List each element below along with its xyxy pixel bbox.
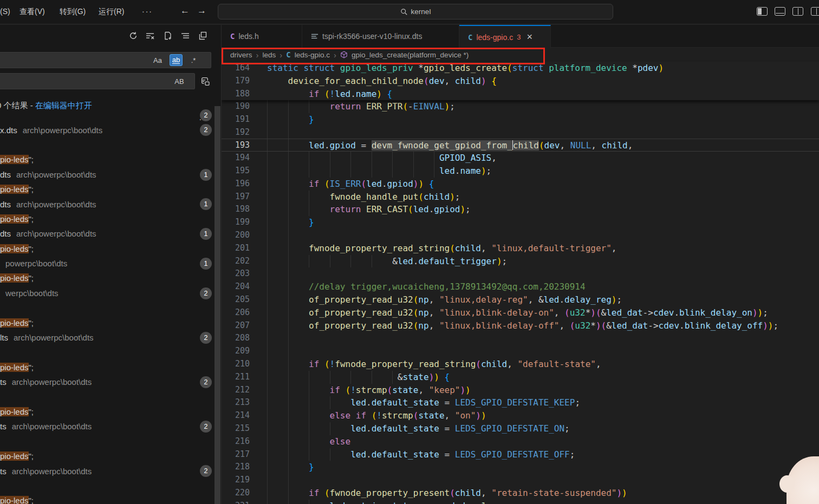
line-number[interactable]: 164: [222, 62, 250, 75]
match-case-toggle[interactable]: Aa: [151, 54, 164, 66]
line-number[interactable]: 198: [222, 203, 250, 216]
search-result-match-row[interactable]: pio-leds";: [0, 182, 221, 197]
search-result-file-row[interactable]: dtsarch\powerpc\boot\dts1: [0, 197, 221, 211]
line-number[interactable]: 206: [222, 306, 250, 319]
code-line[interactable]: 198 return ERR_CAST(led.gpiod);: [222, 203, 819, 216]
breadcrumb-item-leds[interactable]: leds: [263, 51, 276, 59]
line-number[interactable]: 218: [222, 461, 250, 474]
breadcrumb-item-drivers[interactable]: drivers: [230, 51, 252, 59]
code-line[interactable]: 220 if (fwnode_property_present(child, "…: [222, 487, 819, 500]
whole-word-toggle[interactable]: ab: [170, 54, 183, 66]
toggle-secondary-sidebar-icon[interactable]: [792, 7, 803, 16]
code-line[interactable]: 221 led.retain_state_suspended = 1;: [222, 500, 819, 504]
line-number[interactable]: 221: [222, 500, 250, 504]
sticky-line[interactable]: 164static struct gpio_leds_priv *gpio_le…: [222, 62, 819, 75]
search-result-file-row[interactable]: dtsarch\powerpc\boot\dts1: [0, 226, 221, 241]
search-result-match-row[interactable]: pio-leds";: [0, 315, 221, 330]
line-number[interactable]: 199: [222, 216, 250, 229]
code-line[interactable]: 207 of_property_read_u32(np, "linux,blin…: [222, 319, 819, 332]
tab-leds-h[interactable]: C leds.h: [222, 25, 302, 48]
menu-item-partial[interactable]: (S): [0, 7, 10, 16]
toggle-primary-sidebar-icon[interactable]: [757, 7, 768, 16]
line-number[interactable]: 179: [222, 75, 250, 88]
line-number[interactable]: 207: [222, 319, 250, 332]
tab-leds-gpio-c[interactable]: C leds-gpio.c 3 ×: [459, 25, 551, 48]
search-result-match-row[interactable]: pio-leds";: [0, 493, 221, 504]
replace-all-icon[interactable]: [198, 75, 211, 88]
search-result-match-row[interactable]: pio-leds";: [0, 241, 221, 256]
search-result-match-row[interactable]: pio-leds";: [0, 360, 221, 375]
line-number[interactable]: 194: [222, 152, 250, 165]
search-input[interactable]: Aa ab .*: [0, 52, 211, 68]
code-line[interactable]: 193 led.gpiod = devm_fwnode_get_gpiod_fr…: [222, 139, 819, 152]
code-line[interactable]: 202 &led.default_trigger);: [222, 255, 819, 268]
line-number[interactable]: 212: [222, 384, 250, 397]
code-line[interactable]: 217 led.default_state = LEDS_GPIO_DEFSTA…: [222, 448, 819, 461]
line-number[interactable]: 204: [222, 280, 250, 293]
line-number[interactable]: 195: [222, 165, 250, 178]
line-number[interactable]: 214: [222, 409, 250, 422]
line-number[interactable]: 197: [222, 191, 250, 204]
open-new-search-editor-icon[interactable]: [161, 29, 174, 42]
search-result-file-row[interactable]: powerpc\boot\dts1: [0, 256, 221, 271]
search-result-file-row[interactable]: werpc\boot\dts2: [0, 286, 221, 300]
line-number[interactable]: 208: [222, 332, 250, 345]
code-line[interactable]: 210 if (!fwnode_property_read_string(chi…: [222, 358, 819, 371]
search-result-file-row[interactable]: tsarch\powerpc\boot\dts2: [0, 463, 221, 478]
line-number[interactable]: 210: [222, 358, 250, 371]
line-number[interactable]: 200: [222, 229, 250, 242]
command-center-search[interactable]: kernel: [218, 4, 613, 19]
line-number[interactable]: 219: [222, 474, 250, 487]
search-result-file-row[interactable]: ltsarch\powerpc\boot\dts2: [0, 330, 221, 345]
back-arrow-icon[interactable]: ←: [180, 5, 190, 16]
forward-arrow-icon[interactable]: →: [197, 5, 206, 16]
search-result-match-row[interactable]: pio-leds";: [0, 449, 221, 463]
code-line[interactable]: 211 &state)) {: [222, 371, 819, 384]
sticky-line[interactable]: 179 device_for_each_child_node(dev, chil…: [222, 75, 819, 88]
code-line[interactable]: 200: [222, 229, 819, 242]
line-number[interactable]: 209: [222, 345, 250, 358]
code-line[interactable]: 203: [222, 267, 819, 280]
search-result-empty-row[interactable]: [0, 300, 221, 315]
breadcrumb-item-symbol[interactable]: gpio_leds_create(platform_device *): [352, 51, 469, 59]
code-line[interactable]: 199 }: [222, 216, 819, 229]
search-result-empty-row[interactable]: [0, 138, 221, 152]
search-result-match-row[interactable]: pio-leds";: [0, 212, 221, 226]
customize-layout-icon[interactable]: [811, 7, 819, 16]
search-result-file-row[interactable]: x.dtsarch\powerpc\boot\dts2: [0, 122, 221, 137]
line-number[interactable]: 202: [222, 255, 250, 268]
search-result-file-row[interactable]: tsarch\powerpc\boot\dts2: [0, 419, 221, 434]
view-as-tree-icon[interactable]: [179, 29, 192, 42]
refresh-icon[interactable]: [127, 29, 140, 42]
search-result-empty-row[interactable]: [0, 345, 221, 359]
line-number[interactable]: 193: [222, 139, 250, 152]
preserve-case-toggle[interactable]: AB: [173, 75, 186, 87]
line-number[interactable]: 203: [222, 267, 250, 280]
code-line[interactable]: 209: [222, 345, 819, 358]
code-line[interactable]: 216 else: [222, 435, 819, 448]
line-number[interactable]: 196: [222, 178, 250, 191]
code-line[interactable]: 218 }: [222, 461, 819, 474]
breadcrumb-item-file[interactable]: leds-gpio.c: [295, 51, 330, 59]
code-line[interactable]: 213 led.default_state = LEDS_GPIO_DEFSTA…: [222, 396, 819, 409]
code-line[interactable]: 212 if (!strcmp(state, "keep")): [222, 384, 819, 397]
code-line[interactable]: 195 led.name);: [222, 165, 819, 178]
menu-more-icon[interactable]: ···: [142, 7, 153, 16]
code-line[interactable]: 208: [222, 332, 819, 345]
search-result-match-row[interactable]: pio-leds";: [0, 271, 221, 285]
line-number[interactable]: 211: [222, 371, 250, 384]
line-number[interactable]: 188: [222, 88, 250, 101]
toggle-panel-icon[interactable]: [775, 7, 785, 16]
sticky-line[interactable]: 188 if (!led.name) {: [222, 88, 819, 101]
search-result-match-row[interactable]: pio-leds";: [0, 152, 221, 167]
menu-item-go[interactable]: 转到(G): [60, 7, 86, 17]
search-result-empty-row[interactable]: [0, 389, 221, 404]
line-number[interactable]: 191: [222, 113, 250, 126]
clear-search-results-icon[interactable]: [144, 29, 157, 42]
search-result-file-row[interactable]: tsarch\powerpc\boot\dts2: [0, 375, 221, 389]
search-result-file-row[interactable]: 2: [0, 108, 221, 122]
line-number[interactable]: 217: [222, 448, 250, 461]
search-result-file-row[interactable]: dtsarch\powerpc\boot\dts1: [0, 167, 221, 182]
code-line[interactable]: 196 if (IS_ERR(led.gpiod)) {: [222, 178, 819, 191]
code-line[interactable]: 201 fwnode_property_read_string(child, "…: [222, 242, 819, 255]
